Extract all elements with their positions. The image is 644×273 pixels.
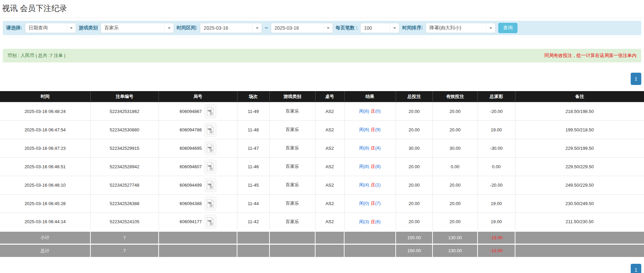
- result-banker-value: (6): [375, 219, 381, 224]
- valid-bet-cell: 20.00: [433, 102, 478, 120]
- total-valid-bet: 130.00: [433, 244, 478, 257]
- game-category-select[interactable]: 百家乐: [101, 23, 174, 33]
- valid-bet-cell: 0.00: [433, 157, 478, 176]
- bet-record-row: 2025-03-16 06:47:23522342529915606094695…: [0, 139, 644, 157]
- total-bet-cell[interactable]: 20.00: [396, 194, 433, 213]
- game-category-cell: 百家乐: [269, 176, 315, 194]
- search-button[interactable]: 查询: [498, 23, 517, 33]
- table-no-cell: AS2: [315, 176, 344, 194]
- result-banker-value: (8): [375, 164, 381, 169]
- result-player: 闲(3): [359, 219, 369, 224]
- video-replay-button[interactable]: [204, 197, 216, 211]
- result-player: 闲(6): [359, 127, 369, 132]
- subtotal-count: 7: [90, 231, 159, 244]
- valid-bet-cell: 20.00: [433, 213, 478, 231]
- video-replay-button[interactable]: [204, 215, 216, 229]
- chevron-down-icon: [390, 23, 399, 33]
- page-1-button[interactable]: 1: [631, 264, 641, 273]
- video-replay-button[interactable]: [204, 104, 216, 118]
- payout-cell: -20.00: [478, 102, 515, 120]
- result-cell: 闲(0)庄(7): [344, 194, 396, 213]
- video-replay-button[interactable]: [204, 178, 216, 192]
- result-banker-label: 庄: [371, 182, 375, 187]
- page-size-label: 每页笔数 :: [336, 25, 358, 31]
- header-valid-bet: 有效投注: [433, 91, 478, 102]
- time-sort-select[interactable]: 降幂(由大到小): [426, 23, 496, 33]
- date-from-select[interactable]: 2025-03-16: [200, 23, 262, 33]
- header-round: 局号: [159, 91, 237, 102]
- bet-record-row: 2025-03-16 06:46:51522342528942606094607…: [0, 157, 644, 176]
- time-cell: 2025-03-16 06:47:54: [0, 120, 90, 139]
- table-no-cell: AS2: [315, 213, 344, 231]
- header-time: 时间: [0, 91, 90, 102]
- chevron-down-icon: [164, 23, 174, 33]
- range-tilde: ~: [265, 25, 268, 31]
- total-count: 7: [90, 244, 159, 257]
- total-bet-cell[interactable]: 30.00: [396, 139, 433, 157]
- total-bet-cell[interactable]: 20.00: [396, 120, 433, 139]
- result-banker-label: 庄: [371, 164, 375, 169]
- result-banker-label: 庄: [371, 201, 375, 206]
- round-number: 606094499: [179, 183, 202, 188]
- session-cell: 11-49: [237, 102, 269, 120]
- subtotal-row: 小计 7 150.00 130.00 -13.00: [0, 231, 644, 244]
- video-replay-button[interactable]: [204, 123, 216, 137]
- page-size-value: 100: [361, 25, 390, 31]
- time-cell: 2025-03-16 06:46:51: [0, 157, 90, 176]
- result-cell: 闲(8)庄(4): [344, 139, 396, 157]
- round-number: 606094607: [179, 164, 202, 169]
- time-range-label: 时间区间:: [177, 25, 197, 31]
- valid-bet-notice-text: 同局有效投注，统一计算在该局第一张注单内: [544, 53, 636, 59]
- total-bet-cell[interactable]: 20.00: [396, 213, 433, 231]
- total-bet-cell[interactable]: 20.00: [396, 157, 433, 176]
- session-cell: 11-45: [237, 176, 269, 194]
- page-title: 视讯 会员下注纪录: [2, 3, 641, 14]
- bet-id-cell: 522342529915: [90, 139, 159, 157]
- bet-id-cell: 522342524105: [90, 213, 159, 231]
- video-replay-button[interactable]: [204, 141, 216, 155]
- chevron-down-icon: [486, 23, 495, 33]
- result-banker-value: (7): [375, 201, 381, 206]
- query-type-select[interactable]: 日期查询: [25, 23, 76, 33]
- total-payout: -13.00: [478, 244, 515, 257]
- select-type-label: 请选择:: [6, 25, 22, 31]
- date-from-value: 2025-03-16: [200, 25, 252, 31]
- round-number: 606094388: [179, 201, 202, 206]
- round-number: 606094786: [179, 127, 202, 132]
- bet-record-row: 2025-03-16 06:46:10522342527748606094499…: [0, 176, 644, 194]
- result-player: 闲(8): [359, 164, 369, 169]
- bet-record-row: 2025-03-16 06:48:24522342531862606094867…: [0, 102, 644, 120]
- payout-cell: -20.00: [478, 176, 515, 194]
- page-1-button[interactable]: 1: [631, 73, 641, 85]
- result-banker-value: (9): [375, 127, 381, 132]
- video-replay-button[interactable]: [204, 160, 216, 174]
- remark-cell: 211.50/230.50: [515, 213, 644, 231]
- round-number: 606094695: [179, 146, 202, 151]
- round-cell: 606094867: [159, 102, 237, 120]
- session-cell: 11-47: [237, 139, 269, 157]
- game-category-value: 百家乐: [101, 25, 164, 31]
- total-bet-cell[interactable]: 20.00: [396, 102, 433, 120]
- result-cell: 闲(6)庄(0): [344, 102, 396, 120]
- result-banker-value: (1): [375, 182, 381, 187]
- time-sort-label: 时间排序:: [402, 25, 423, 31]
- date-to-select[interactable]: 2025-03-16: [271, 23, 333, 33]
- currency-total-text: 币别 : 人民币 | 总共 :7 注单 |: [8, 53, 65, 59]
- result-banker-value: (4): [375, 145, 381, 150]
- chevron-down-icon: [252, 23, 262, 33]
- result-player: 闲(0): [359, 201, 369, 206]
- result-cell: 闲(8)庄(8): [344, 157, 396, 176]
- total-row: 总计 7 150.00 130.00 -13.00: [0, 244, 644, 257]
- remark-cell: 218.50/198.50: [515, 102, 644, 120]
- page-size-select[interactable]: 100: [360, 23, 399, 33]
- remark-cell: 229.50/229.50: [515, 157, 644, 176]
- header-remark: 备注: [515, 91, 644, 102]
- total-bet-cell[interactable]: 20.00: [396, 176, 433, 194]
- session-cell: 11-44: [237, 194, 269, 213]
- result-banker-label: 庄: [371, 219, 375, 224]
- remark-cell: 249.50/229.50: [515, 176, 644, 194]
- valid-bet-cell: 20.00: [433, 120, 478, 139]
- summary-bar: 币别 : 人民币 | 总共 :7 注单 | 同局有效投注，统一计算在该局第一张注…: [3, 49, 641, 62]
- time-cell: 2025-03-16 06:46:10: [0, 176, 90, 194]
- table-no-cell: AS2: [315, 102, 344, 120]
